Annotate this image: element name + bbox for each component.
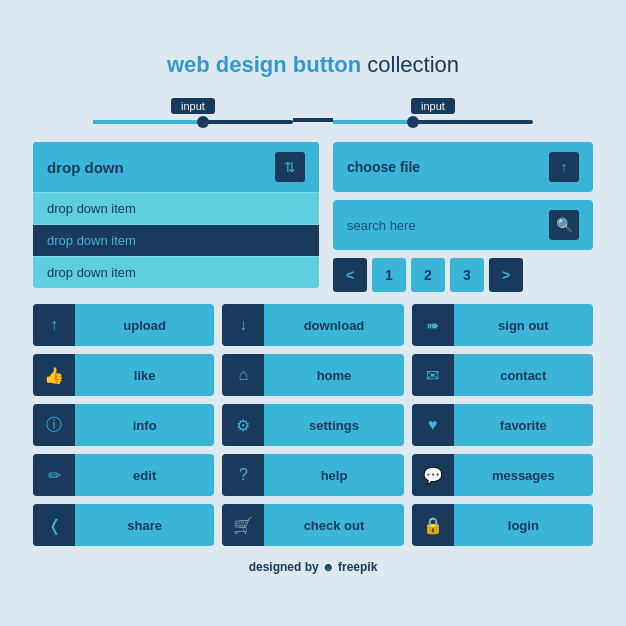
upload-button[interactable]: ↑ upload: [33, 304, 214, 346]
sign-out-label: sign out: [454, 318, 593, 333]
title-highlight: web design button: [167, 52, 361, 77]
login-label: login: [454, 518, 593, 533]
help-label: help: [264, 468, 403, 483]
controls-row: drop down ⇅ drop down item drop down ite…: [33, 142, 593, 292]
favorite-icon: ♥: [412, 404, 454, 446]
slider-right: input: [333, 98, 533, 124]
like-button[interactable]: 👍 like: [33, 354, 214, 396]
dropdown[interactable]: drop down ⇅ drop down item drop down ite…: [33, 142, 319, 288]
download-label: download: [264, 318, 403, 333]
edit-icon: ✏: [33, 454, 75, 496]
pagination-page-3[interactable]: 3: [450, 258, 484, 292]
dropdown-container: drop down ⇅ drop down item drop down ite…: [33, 142, 319, 292]
footer-text: designed by: [249, 560, 322, 574]
sliders-row: input input: [33, 98, 593, 124]
home-button[interactable]: ⌂ home: [222, 354, 403, 396]
download-icon: ↓: [222, 304, 264, 346]
help-icon: ?: [222, 454, 264, 496]
pagination-page-2[interactable]: 2: [411, 258, 445, 292]
info-label: info: [75, 418, 214, 433]
search-bar[interactable]: search here 🔍: [333, 200, 593, 250]
share-icon: ❬: [33, 504, 75, 546]
slider-right-track[interactable]: [333, 120, 533, 124]
pagination: < 1 2 3 >: [333, 258, 593, 292]
upload-label: upload: [75, 318, 214, 333]
like-label: like: [75, 368, 214, 383]
slider-left-label: input: [171, 98, 215, 114]
info-icon: ⓘ: [33, 404, 75, 446]
share-label: share: [75, 518, 214, 533]
footer: designed by ☻ freepik: [33, 560, 593, 574]
choose-file-label: choose file: [347, 159, 420, 175]
settings-button[interactable]: ⚙ settings: [222, 404, 403, 446]
edit-button[interactable]: ✏ edit: [33, 454, 214, 496]
like-icon: 👍: [33, 354, 75, 396]
contact-label: contact: [454, 368, 593, 383]
settings-label: settings: [264, 418, 403, 433]
home-label: home: [264, 368, 403, 383]
search-icon[interactable]: 🔍: [549, 210, 579, 240]
messages-button[interactable]: 💬 messages: [412, 454, 593, 496]
share-button[interactable]: ❬ share: [33, 504, 214, 546]
freepik-icon: ☻: [322, 560, 335, 574]
dropdown-header-text: drop down: [47, 159, 124, 176]
info-button[interactable]: ⓘ info: [33, 404, 214, 446]
footer-brand: freepik: [338, 560, 377, 574]
buttons-grid: ↑ upload ↓ download ➠ sign out 👍 like ⌂ …: [33, 304, 593, 546]
home-icon: ⌂: [222, 354, 264, 396]
search-placeholder: search here: [347, 218, 416, 233]
right-controls: choose file ↑ search here 🔍 < 1 2 3 >: [333, 142, 593, 292]
favorite-label: favorite: [454, 418, 593, 433]
help-button[interactable]: ? help: [222, 454, 403, 496]
choose-file-icon[interactable]: ↑: [549, 152, 579, 182]
slider-left-track[interactable]: [93, 120, 293, 124]
dropdown-item-3[interactable]: drop down item: [33, 256, 319, 288]
contact-icon: ✉: [412, 354, 454, 396]
contact-button[interactable]: ✉ contact: [412, 354, 593, 396]
login-icon: 🔒: [412, 504, 454, 546]
dropdown-item-1[interactable]: drop down item: [33, 192, 319, 224]
messages-icon: 💬: [412, 454, 454, 496]
messages-label: messages: [454, 468, 593, 483]
edit-label: edit: [75, 468, 214, 483]
choose-file-button[interactable]: choose file ↑: [333, 142, 593, 192]
download-button[interactable]: ↓ download: [222, 304, 403, 346]
login-button[interactable]: 🔒 login: [412, 504, 593, 546]
pagination-page-1[interactable]: 1: [372, 258, 406, 292]
pagination-next[interactable]: >: [489, 258, 523, 292]
slider-left: input: [93, 98, 293, 124]
dropdown-header[interactable]: drop down ⇅: [33, 142, 319, 192]
settings-icon: ⚙: [222, 404, 264, 446]
favorite-button[interactable]: ♥ favorite: [412, 404, 593, 446]
pagination-prev[interactable]: <: [333, 258, 367, 292]
sign-out-button[interactable]: ➠ sign out: [412, 304, 593, 346]
title-suffix: collection: [367, 52, 459, 77]
slider-right-label: input: [411, 98, 455, 114]
checkout-icon: 🛒: [222, 504, 264, 546]
checkout-button[interactable]: 🛒 check out: [222, 504, 403, 546]
sign-out-icon: ➠: [412, 304, 454, 346]
checkout-label: check out: [264, 518, 403, 533]
upload-icon: ↑: [33, 304, 75, 346]
page-title: web design button collection: [33, 52, 593, 78]
main-container: web design button collection input input: [33, 52, 593, 574]
dropdown-arrow-icon[interactable]: ⇅: [275, 152, 305, 182]
dropdown-item-2[interactable]: drop down item: [33, 224, 319, 256]
